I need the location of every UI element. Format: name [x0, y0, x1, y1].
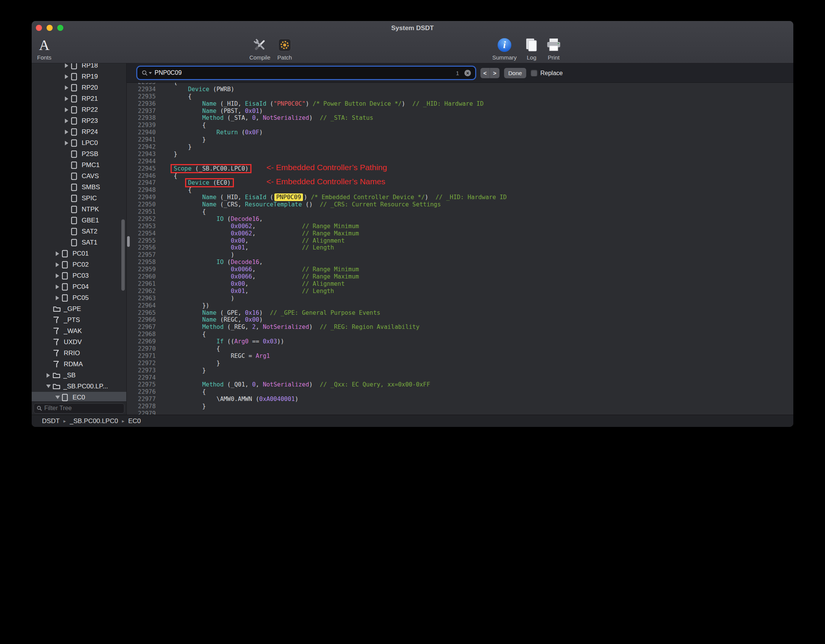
- disclosure-right-icon[interactable]: [62, 74, 71, 79]
- sidebar-item-rp18[interactable]: RP18: [32, 63, 126, 71]
- disclosure-right-icon[interactable]: [53, 262, 62, 267]
- disclosure-right-icon[interactable]: [53, 296, 62, 300]
- disclosure-right-icon[interactable]: [62, 97, 71, 101]
- sidebar-item-rp20[interactable]: RP20: [32, 82, 126, 93]
- code-token: // _Qxx: EC Query, xx=0x00-0xFF: [320, 381, 430, 388]
- close-button[interactable]: [36, 25, 42, 31]
- replace-checkbox[interactable]: [531, 70, 537, 76]
- tree-item-label: RRIO: [64, 349, 80, 357]
- find-previous-button[interactable]: <: [480, 68, 490, 78]
- code-token: ,: [252, 266, 302, 273]
- find-next-button[interactable]: >: [490, 68, 500, 78]
- sidebar-item-spic[interactable]: SPIC: [32, 193, 126, 204]
- sidebar-item-ec0[interactable]: EC0: [32, 392, 126, 401]
- disclosure-down-icon[interactable]: [53, 396, 62, 399]
- tree-item-label: SMBS: [82, 184, 100, 191]
- done-button[interactable]: Done: [504, 68, 526, 78]
- sidebar-item-ntpk[interactable]: NTPK: [32, 204, 126, 215]
- fonts-button[interactable]: A Fonts: [32, 36, 61, 61]
- pane-divider-handle[interactable]: [127, 236, 130, 247]
- disclosure-right-icon[interactable]: [53, 285, 62, 289]
- code-token: ): [309, 114, 320, 121]
- sidebar-item-rrio[interactable]: RRIO: [32, 348, 126, 359]
- fonts-glyph: A: [39, 38, 49, 52]
- find-input[interactable]: PNP0C09 1 ×: [138, 67, 475, 79]
- code-token: // Range Minimum: [302, 223, 359, 230]
- sidebar-item-sat2[interactable]: SAT2: [32, 226, 126, 237]
- disclosure-right-icon[interactable]: [53, 274, 62, 278]
- sidebar-item-smbs[interactable]: SMBS: [32, 182, 126, 193]
- disclosure-right-icon[interactable]: [53, 251, 62, 256]
- doc-icon: [71, 206, 81, 213]
- code-editor[interactable]: 22933 {22934 Device (PWRB)22935 {22936 N…: [127, 83, 793, 415]
- line-number: 22950: [127, 201, 156, 208]
- breadcrumb-item[interactable]: _SB.PC00.LPC0: [70, 417, 118, 425]
- sidebar-item-uxdv[interactable]: UXDV: [32, 336, 126, 348]
- clear-search-button[interactable]: ×: [464, 70, 471, 76]
- sidebar-item-sb-pc00-lp[interactable]: _SB.PC00.LP...: [32, 381, 126, 392]
- code-token: Name: [202, 201, 216, 208]
- code-token: ,: [252, 273, 302, 280]
- sidebar-item-rp21[interactable]: RP21: [32, 93, 126, 104]
- code-token: (REGC,: [216, 316, 245, 323]
- tree-item-label: PC05: [73, 294, 89, 302]
- disclosure-right-icon[interactable]: [62, 119, 71, 123]
- sidebar-item-rp22[interactable]: RP22: [32, 104, 126, 115]
- disclosure-down-icon[interactable]: [44, 385, 53, 388]
- sidebar-item-pc02[interactable]: PC02: [32, 259, 126, 270]
- sidebar-item-pc01[interactable]: PC01: [32, 248, 126, 259]
- search-menu[interactable]: [142, 70, 152, 76]
- line-number: 22963: [127, 295, 156, 302]
- print-icon: [546, 36, 562, 54]
- disclosure-right-icon[interactable]: [44, 373, 53, 378]
- code-token: // Length: [302, 288, 334, 295]
- code-token: ,: [259, 259, 263, 266]
- sidebar-item-sat1[interactable]: SAT1: [32, 237, 126, 248]
- breadcrumb-item[interactable]: EC0: [128, 417, 141, 425]
- sidebar-item-lpc0[interactable]: LPC0: [32, 137, 126, 148]
- line-content: Return (0x0F): [156, 129, 263, 136]
- sidebar-item-gbe1[interactable]: GBE1: [32, 215, 126, 226]
- sidebar-item-rdma[interactable]: RDMA: [32, 359, 126, 370]
- print-button[interactable]: Print: [537, 36, 571, 61]
- breadcrumb-item[interactable]: DSDT: [42, 417, 60, 425]
- code-token: // Alignment: [302, 237, 345, 244]
- doc-icon: [71, 128, 81, 136]
- titlebar[interactable]: System DSDT: [32, 21, 793, 34]
- main-pane: PNP0C09 1 × < > Done Replace 22933 {2293…: [127, 63, 793, 415]
- line-number: 22948: [127, 187, 156, 194]
- code-token: Method: [202, 114, 224, 121]
- code-token: {: [160, 93, 192, 100]
- sidebar-item-cavs[interactable]: CAVS: [32, 171, 126, 182]
- sidebar-item-pc05[interactable]: PC05: [32, 292, 126, 303]
- sidebar-item-pts[interactable]: _PTS: [32, 314, 126, 325]
- sidebar-item-wak[interactable]: _WAK: [32, 325, 126, 336]
- indent-spacer: [32, 353, 53, 353]
- code-line: 22974: [127, 374, 793, 382]
- code-token: [160, 201, 202, 208]
- disclosure-right-icon[interactable]: [62, 108, 71, 112]
- filter-tree-input[interactable]: Filter Tree: [34, 403, 124, 414]
- sidebar-item-pc03[interactable]: PC03: [32, 270, 126, 281]
- tree-item-label: _SB: [63, 372, 76, 379]
- replace-toggle[interactable]: Replace: [531, 68, 563, 78]
- code-token: (_HID,: [216, 194, 245, 201]
- patch-button[interactable]: Patch: [267, 36, 302, 61]
- disclosure-right-icon[interactable]: [62, 130, 71, 134]
- sidebar-item-pmc1[interactable]: PMC1: [32, 159, 126, 171]
- sidebar-item-rp24[interactable]: RP24: [32, 126, 126, 137]
- sidebar-item-rp23[interactable]: RP23: [32, 115, 126, 126]
- minimize-button[interactable]: [47, 25, 53, 31]
- code-token: ): [309, 324, 320, 330]
- disclosure-right-icon[interactable]: [62, 63, 71, 68]
- disclosure-right-icon[interactable]: [62, 85, 71, 90]
- sidebar-item-gpe[interactable]: _GPE: [32, 303, 126, 314]
- sidebar-scrollbar[interactable]: [121, 219, 125, 291]
- sidebar-item-sb[interactable]: _SB: [32, 370, 126, 381]
- disclosure-right-icon[interactable]: [62, 141, 71, 145]
- code-token: Decode16: [231, 216, 259, 222]
- sidebar-item-rp19[interactable]: RP19: [32, 71, 126, 82]
- zoom-button[interactable]: [57, 25, 63, 31]
- sidebar-item-p2sb[interactable]: P2SB: [32, 148, 126, 159]
- sidebar-item-pc04[interactable]: PC04: [32, 281, 126, 292]
